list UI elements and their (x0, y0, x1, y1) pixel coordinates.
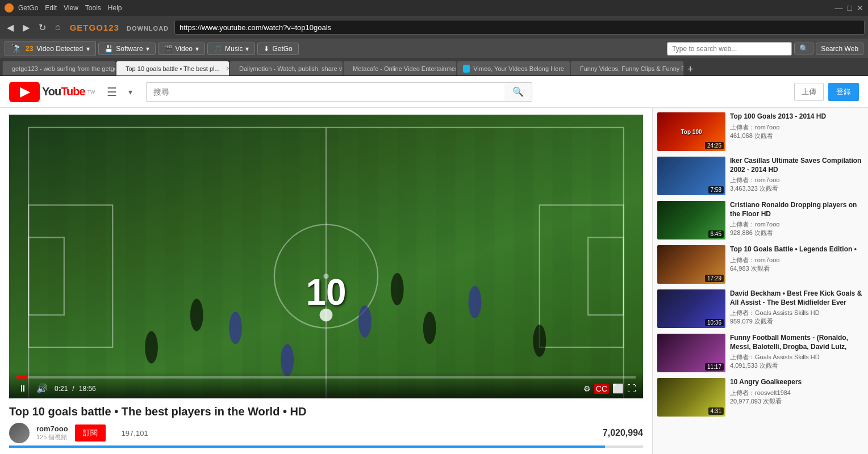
related-title-4: Top 10 Goals Battle • Legends Edition • (730, 245, 863, 254)
progress-filled (16, 376, 28, 379)
svg-point-10 (145, 331, 158, 363)
related-views-1: 461,068 次觀看 (730, 132, 863, 140)
volume-button[interactable]: 🔊 (34, 382, 50, 395)
youtube-upload-button[interactable]: 上傳 (794, 83, 824, 101)
related-duration-3: 6:45 (708, 230, 724, 238)
video-detected-label: Video Detected (36, 45, 83, 53)
tab-favicon-vimeo (463, 65, 470, 73)
svg-point-16 (423, 312, 436, 344)
menu-edit[interactable]: Edit (45, 4, 57, 12)
theater-button[interactable]: ⬜ (612, 383, 624, 394)
menu-help[interactable]: Help (108, 4, 122, 12)
tab-vimeo[interactable]: Vimeo, Your Videos Belong Here (457, 61, 570, 75)
tabs-bar: getgo123 - web surfing from the getgo To… (0, 59, 868, 76)
search-web-button[interactable]: Search Web (816, 43, 863, 55)
address-bar[interactable] (174, 20, 865, 35)
tab-label-getgo123: getgo123 - web surfing from the getgo (12, 65, 116, 72)
related-channel-6: 上傳者：Goals Assists Skills HD (730, 353, 863, 361)
settings-button[interactable]: ⚙ (583, 384, 591, 393)
current-time: 0:21 (55, 385, 68, 393)
controls-row: ⏸ 🔊 0:21 / 18:56 ⚙ CC ⬜ ⛶ (16, 382, 636, 395)
related-thumb-7: 4:31 (657, 378, 725, 417)
related-info-4: Top 10 Goals Battle • Legends Edition • … (730, 245, 863, 284)
related-video-3[interactable]: 6:45 Cristiano Ronaldo Dropping players … (657, 201, 863, 239)
related-video-1[interactable]: 24:25 Top 100 Top 100 Goals 2013 - 2014 … (657, 112, 863, 151)
related-video-4[interactable]: 17:29 Top 10 Goals Battle • Legends Edit… (657, 245, 863, 284)
music-button[interactable]: 🎵 Music ▾ (207, 43, 255, 55)
tab-close-youtube[interactable]: ✕ (226, 65, 229, 73)
play-pause-button[interactable]: ⏸ (16, 382, 30, 395)
likes-filled (9, 445, 605, 448)
related-video-7[interactable]: 4:31 10 Angry Goalkeepers 上傳者：roosvelt19… (657, 378, 863, 417)
youtube-region: TW (87, 89, 95, 95)
software-button[interactable]: 💾 Software ▾ (98, 43, 155, 55)
field-svg (9, 115, 643, 398)
video-detected-button[interactable]: 🔭 23 Video Detected ▾ (5, 41, 96, 56)
subtitles-button[interactable]: CC (594, 384, 609, 394)
home-button[interactable]: ⌂ (52, 20, 64, 35)
related-info-3: Cristiano Ronaldo Dropping players on th… (730, 201, 863, 239)
video-number-overlay: 10 (306, 271, 346, 313)
menu-getgo[interactable]: GetGo (18, 4, 38, 12)
tab-dailymotion[interactable]: Dailymotion - Watch, publish, share vi..… (229, 61, 343, 75)
close-button[interactable]: ✕ (857, 3, 863, 12)
window-controls: — □ ✕ (835, 3, 863, 12)
video-title: Top 10 goals battle • The best players i… (9, 405, 643, 418)
music-dropdown-icon: ▾ (245, 45, 249, 53)
svg-point-14 (358, 305, 372, 338)
menu-tools[interactable]: Tools (85, 4, 101, 12)
search-button[interactable]: 🔍 (794, 43, 813, 54)
add-tab-button[interactable]: + (684, 64, 697, 75)
likes-bar (9, 445, 643, 448)
svg-rect-8 (28, 128, 624, 398)
related-info-7: 10 Angry Goalkeepers 上傳者：roosvelt1984 20… (730, 378, 863, 417)
youtube-header-right: 上傳 登錄 (794, 83, 859, 101)
subscribe-button[interactable]: 訂閱 (75, 424, 106, 442)
tab-funny[interactable]: Funny Videos, Funny Clips & Funny Pi... (570, 61, 684, 75)
title-bar-menu: GetGo Edit View Tools Help (18, 4, 122, 12)
progress-bar[interactable] (16, 376, 636, 379)
related-duration-4: 17:29 (705, 275, 724, 282)
tab-metacafe[interactable]: Metacafe - Online Video Entertainmen... (343, 61, 457, 75)
related-video-6[interactable]: 11:17 Funny Football Moments - (Ronaldo,… (657, 334, 863, 372)
web-search-input[interactable] (667, 42, 792, 56)
related-title-2: Iker Casillas Ultimate Saves Compilation… (730, 157, 863, 174)
refresh-button[interactable]: ↻ (35, 20, 49, 35)
video-field: 10 (9, 115, 643, 398)
back-button[interactable]: ◀ (3, 20, 17, 35)
menu-view[interactable]: View (64, 4, 78, 12)
video-player[interactable]: 10 ⏸ 🔊 0:21 / 18:56 ⚙ (9, 115, 643, 398)
tab-getgo123[interactable]: getgo123 - web surfing from the getgo (2, 61, 116, 75)
tab-label-funny: Funny Videos, Funny Clips & Funny Pi... (580, 65, 684, 72)
channel-name[interactable]: rom7ooo (36, 424, 68, 433)
related-views-2: 3,463,323 次觀看 (730, 184, 863, 193)
youtube-signin-button[interactable]: 登錄 (828, 83, 859, 101)
related-duration-1: 24:25 (705, 142, 724, 149)
svg-point-11 (190, 299, 203, 331)
related-title-1: Top 100 Goals 2013 - 2014 HD (730, 112, 863, 121)
forward-button[interactable]: ▶ (19, 20, 33, 35)
minimize-button[interactable]: — (835, 3, 843, 12)
fullscreen-button[interactable]: ⛶ (627, 384, 636, 394)
related-video-5[interactable]: 10:36 David Beckham • Best Free Kick Goa… (657, 289, 863, 328)
maximize-button[interactable]: □ (848, 3, 852, 12)
youtube-search-input[interactable] (146, 82, 504, 102)
software-icon: 💾 (105, 45, 113, 53)
related-info-6: Funny Football Moments - (Ronaldo, Messi… (730, 334, 863, 372)
video-info: Top 10 goals battle • The best players i… (9, 398, 643, 454)
related-video-2[interactable]: 7:58 Iker Casillas Ultimate Saves Compil… (657, 157, 863, 195)
video-main-area: 10 ⏸ 🔊 0:21 / 18:56 ⚙ (0, 108, 652, 454)
youtube-search-button[interactable]: 🔍 (504, 82, 532, 102)
video-dropdown-icon: ▾ (195, 45, 199, 53)
tab-youtube[interactable]: Top 10 goals battle • The best pl... ✕ (116, 61, 229, 75)
youtube-menu-icon[interactable]: ☰ (107, 85, 117, 99)
related-thumb-1: 24:25 Top 100 (657, 112, 725, 151)
getgo-icon: ⬇ (264, 45, 269, 53)
video-count: 23 (26, 45, 33, 53)
related-views-7: 20,977,093 次觀看 (730, 397, 863, 406)
getgo-button[interactable]: ⬇ GetGo (257, 43, 298, 55)
video-button[interactable]: 🎬 Video ▾ (158, 43, 205, 55)
dropdown-icon[interactable]: ▾ (128, 87, 132, 96)
related-channel-5: 上傳者：Goals Assists Skills HD (730, 309, 863, 317)
navigation-bar: ◀ ▶ ↻ ⌂ GETGO123 DOWNLOAD (0, 16, 868, 39)
